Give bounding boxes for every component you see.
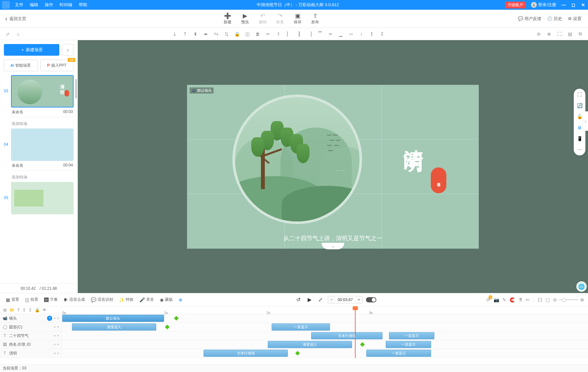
- clip-always-show[interactable]: 一直显示: [389, 332, 434, 339]
- distribute-icon[interactable]: ⫴: [275, 30, 282, 38]
- menu-timeline[interactable]: 时间轴: [56, 2, 76, 8]
- circle-shape[interactable]: 〰 〰 〰 〰〰 〰 〰: [232, 95, 362, 224]
- rotate-icon[interactable]: 🔄: [576, 102, 583, 109]
- text-icon[interactable]: T: [17, 308, 20, 312]
- scene-list[interactable]: 03 未命名 00:03 添加转场 04 未命名 00:04: [0, 75, 77, 283]
- folder-icon[interactable]: 📁: [9, 308, 15, 312]
- settings-button[interactable]: ⚙ 设置: [568, 16, 582, 22]
- edit-icon[interactable]: ✎: [502, 297, 506, 302]
- clip-always-show[interactable]: 一直显示: [386, 341, 431, 348]
- help-icon[interactable]: ?: [47, 316, 52, 321]
- zoom-out-icon[interactable]: ⊖: [535, 30, 543, 38]
- track-timeline[interactable]: 渐变进入 一直显示: [62, 340, 588, 349]
- track-label[interactable]: 📹 镜头 ?: [0, 314, 62, 322]
- seal-stamp[interactable]: 二十四节: [431, 167, 446, 193]
- clip-fade-in[interactable]: 渐变进入: [72, 323, 156, 331]
- corner-badge[interactable]: 🌐: [576, 281, 587, 292]
- play-button[interactable]: ▶: [306, 296, 313, 304]
- distribute-h-icon[interactable]: ⇿: [347, 30, 355, 38]
- subtitle-text[interactable]: 从二十四节气上讲，清明又是节气之一: [283, 234, 382, 242]
- scene-card-03[interactable]: 未命名 00:03: [11, 75, 74, 117]
- track-timeline[interactable]: 文本行渐现 一直显示: [62, 332, 588, 340]
- toggle-switch[interactable]: [366, 297, 376, 302]
- music-button[interactable]: ♪: [62, 44, 74, 56]
- align-bottom-icon[interactable]: ⤓: [171, 30, 179, 38]
- canvas[interactable]: 📹 默认镜头 〰 〰 〰: [187, 85, 479, 249]
- lock-track-icon[interactable]: 🔒: [35, 308, 40, 312]
- zoom-out-icon[interactable]: ⊖: [553, 297, 557, 302]
- align-vtop-icon[interactable]: ▔: [316, 30, 324, 38]
- group-icon[interactable]: ◫: [243, 30, 251, 38]
- fg-button[interactable]: ◫前景: [23, 297, 40, 302]
- track-label[interactable]: ◯ 圆形(C): [0, 323, 62, 331]
- overlay-button[interactable]: ◉蒙版: [158, 297, 175, 302]
- delete-icon[interactable]: 🗑: [254, 30, 262, 38]
- crop-icon[interactable]: ✂: [264, 30, 272, 38]
- camera2-icon[interactable]: 📷: [494, 297, 499, 302]
- menu-edit[interactable]: 编辑: [27, 2, 41, 8]
- align-vertical-icon[interactable]: ⬍: [192, 30, 199, 38]
- layers-icon[interactable]: ▤: [566, 30, 574, 38]
- filter-icon[interactable]: ⚗: [518, 297, 523, 302]
- copy-icon[interactable]: ⧉: [576, 30, 584, 38]
- track-label[interactable]: 🖼 商务,印章,印: [0, 340, 62, 349]
- send-back-icon[interactable]: ↧: [378, 30, 386, 38]
- keyframe-diamond[interactable]: [165, 324, 170, 330]
- bracket-icon[interactable]: ⟦⟧: [538, 297, 542, 302]
- square-icon[interactable]: ▢: [546, 297, 550, 302]
- magnet-icon[interactable]: 🧲: [510, 297, 515, 302]
- smart-scene-button[interactable]: A\ 智能场景: [4, 60, 38, 71]
- arrow-down-icon[interactable]: ↧: [29, 308, 32, 312]
- zoom-in-icon[interactable]: ⊕: [580, 297, 584, 302]
- playhead[interactable]: [355, 310, 356, 358]
- expand-button[interactable]: ⤢: [317, 296, 324, 304]
- distribute-v-icon[interactable]: ↕: [358, 30, 365, 38]
- minimize-button[interactable]: —: [559, 2, 569, 7]
- fit-icon[interactable]: ⛶: [556, 30, 563, 38]
- feedback-button[interactable]: 💬 用户反馈: [518, 16, 541, 22]
- zoom-slider[interactable]: [559, 299, 578, 300]
- keyframe-diamond[interactable]: [295, 351, 300, 356]
- bring-front-icon[interactable]: ↥: [368, 30, 376, 38]
- align-center-icon[interactable]: ┃: [295, 30, 303, 38]
- new-button[interactable]: ➕ 新建: [224, 12, 231, 25]
- more-icon[interactable]: ⋯: [576, 146, 583, 153]
- align-vbottom-icon[interactable]: ▁: [337, 30, 345, 38]
- mobile-icon[interactable]: 📱: [576, 135, 583, 142]
- camera-label[interactable]: 📹 默认镜头: [190, 87, 214, 94]
- undo-button[interactable]: ↶ 撤销: [259, 12, 266, 25]
- redo-button[interactable]: ↷ 恢复: [276, 12, 284, 25]
- home-icon[interactable]: ⌂: [14, 30, 22, 38]
- new-scene-button[interactable]: ＋ 新建场景: [4, 44, 59, 56]
- flip-h-icon[interactable]: ⮀: [212, 30, 220, 38]
- clip-text-reveal[interactable]: 文本行渐现: [204, 350, 288, 357]
- track-timeline[interactable]: 渐变进入 一直显示: [62, 323, 588, 331]
- more-button[interactable]: ⊕: [177, 297, 184, 302]
- align-vmiddle-icon[interactable]: ━: [326, 30, 334, 38]
- maximize-button[interactable]: ◻: [569, 2, 578, 7]
- upgrade-button[interactable]: 升级账户: [505, 2, 526, 8]
- fx-button[interactable]: ✨特效: [117, 297, 135, 302]
- save-button[interactable]: ▣ 保存: [294, 12, 301, 25]
- desktop-icon[interactable]: 🖥: [576, 124, 583, 131]
- add-transition-button[interactable]: 添加转场: [4, 173, 74, 182]
- clip-always-show[interactable]: 一直显示: [272, 323, 330, 331]
- menu-file[interactable]: 文件: [12, 2, 27, 8]
- scrollbar-thumb[interactable]: [75, 79, 77, 98]
- track-timeline[interactable]: 默认镜头: [62, 314, 588, 322]
- time-plus-button[interactable]: +: [355, 296, 362, 303]
- track-label[interactable]: T 二十四节气: [0, 332, 62, 340]
- clip-text-reveal[interactable]: 文本行渐现: [311, 332, 382, 339]
- clip-always-show[interactable]: 一直显示: [366, 350, 431, 357]
- time-minus-button[interactable]: −: [328, 296, 335, 303]
- login-button[interactable]: 登录/注册: [528, 2, 559, 8]
- add-transition-button[interactable]: 添加转场: [4, 119, 74, 129]
- align-right-icon[interactable]: ▕: [306, 30, 313, 38]
- bg-button[interactable]: ▦背景: [4, 297, 21, 302]
- back-home-button[interactable]: 返回主页: [0, 15, 31, 22]
- track-label[interactable]: T 清明: [0, 349, 62, 357]
- tts-button[interactable]: 🗣语音合成: [62, 297, 87, 302]
- expand-panel-button[interactable]: ‹: [583, 111, 588, 131]
- fullscreen-icon[interactable]: ⛶: [576, 91, 583, 98]
- menu-action[interactable]: 操作: [41, 2, 56, 8]
